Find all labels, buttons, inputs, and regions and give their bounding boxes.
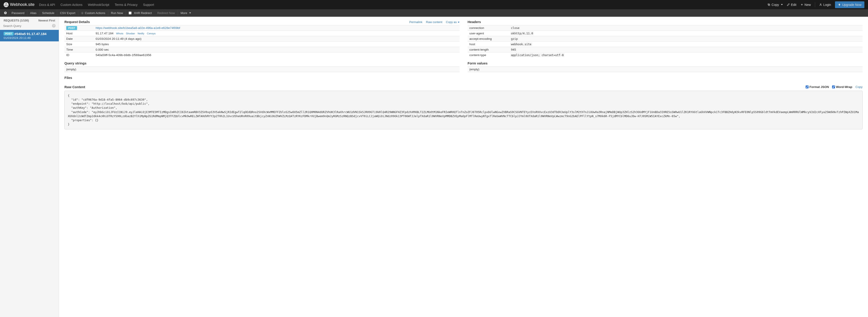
permalink[interactable]: Permalink [409,20,423,24]
form-values-empty: (empty) [468,66,863,72]
table-row: user-agentokhttp/4.11.0 [468,31,863,36]
files-title: Files [64,76,460,80]
caret-down-icon [458,22,460,23]
table-row: POST https://webhook.site/b1bea5a8-a02e-… [64,25,460,31]
table-row: ID540a59ff-5c4a-409b-b9db-1f569ae61956 [64,53,460,58]
main-layout: REQUESTS (1/100) Newest First ? POST #54… [0,17,868,317]
top-navbar: Webhook.site Docs & API Custom Actions W… [0,0,868,9]
topnav-right: Copy Edit New Login Upgrade Now [767,1,864,8]
brand[interactable]: Webhook.site [4,2,35,7]
subnav-xhr-redirect[interactable]: XHR Redirect [126,9,154,17]
netify-link[interactable]: Netify [138,32,144,35]
subnav-redirect-now[interactable]: Redirect Now [155,9,178,17]
whois-link[interactable]: Whois [116,32,123,35]
query-strings-title: Query strings [64,61,460,65]
gear-icon [81,12,84,14]
request-time: 01/03/2024 20:11:49 [4,36,55,39]
format-json-checkbox[interactable] [806,86,809,88]
request-details-table: POST https://webhook.site/b1bea5a8-a02e-… [64,25,460,58]
subnav-schedule[interactable]: Schedule [39,9,57,17]
new-button[interactable]: New [800,3,811,6]
caret-down-icon [781,4,783,5]
censys-link[interactable]: Censys [147,32,156,35]
method-badge: POST [4,32,13,35]
request-details-title: Request Details [64,20,90,24]
headers-table: connectioncloseuser-agentokhttp/4.11.0ac… [468,25,863,58]
nav-webhookscript[interactable]: WebhookScript [88,3,110,6]
table-row: Host 91.17.47.184 Whois Shodan Netify Ce… [64,31,460,36]
subnav-password[interactable]: Password [9,9,27,17]
edit-button[interactable]: Edit [787,3,796,6]
shodan-link[interactable]: Shodan [126,32,135,35]
topnav-links: Docs & API Custom Actions WebhookScript … [39,3,154,6]
word-wrap-checkbox[interactable] [832,86,835,88]
table-row: Size945 bytes [64,41,460,47]
table-row: Date01/03/2024 20:11:49 (4 days ago) [64,36,460,41]
request-title: #540a5 91.17.47.184 [14,32,46,36]
nav-docs[interactable]: Docs & API [39,3,55,6]
method-badge: POST [66,26,77,30]
query-strings-empty: (empty) [64,66,460,72]
word-wrap-toggle[interactable]: Word-Wrap [832,85,852,89]
request-list-item[interactable]: POST #540a5 91.17.47.184 01/03/2024 20:1… [0,30,59,41]
requests-count: REQUESTS (1/100) [4,19,29,22]
brand-logo-icon [4,2,8,7]
sub-navbar: Password Alias Schedule CSV Export Custo… [0,9,868,17]
help-icon[interactable]: ? [52,24,56,28]
subnav-more[interactable]: More [178,9,194,17]
search-input[interactable] [3,24,51,28]
nav-support[interactable]: Support [143,3,154,6]
table-row: content-length945 [468,47,863,53]
subnav-run-now[interactable]: Run Now [108,9,126,17]
nav-divider [815,2,815,7]
raw-content-link[interactable]: Raw content [426,20,442,24]
upgrade-button[interactable]: Upgrade Now [835,1,864,8]
brand-text: Webhook.site [10,2,35,7]
caret-down-icon [189,12,191,13]
subnav-custom-actions[interactable]: Custom Actions [78,9,108,17]
copy-menu[interactable]: Copy [767,3,783,6]
table-row: Time0.000 sec [64,47,460,53]
sort-newest-first[interactable]: Newest First [38,19,55,22]
subnav-alias[interactable]: Alias [27,9,39,17]
subnav-csv-export[interactable]: CSV Export [57,9,78,17]
format-json-toggle[interactable]: Format JSON [806,85,829,89]
login-button[interactable]: Login [819,3,831,6]
raw-copy-button[interactable]: Copy [855,85,863,89]
copy-as-menu[interactable]: Copy as [446,20,460,24]
content-area: Request Details Permalink Raw content Co… [59,17,868,317]
table-row: connectionclose [468,25,863,31]
nav-custom-actions[interactable]: Custom Actions [61,3,83,6]
raw-content-body[interactable]: { "id": "cdf0676a-9d18-4fa5-8064-db9c697… [64,91,863,129]
raw-content-title: Raw Content [64,85,85,89]
nav-terms[interactable]: Terms & Privacy [115,3,138,6]
xhr-redirect-checkbox[interactable] [129,11,131,14]
table-row: content-typeapplication/json; charset=ut… [468,53,863,58]
svg-point-7 [82,13,83,13]
headers-title: Headers [468,20,481,24]
table-row: accept-encodinggzip [468,36,863,41]
svg-point-5 [820,4,821,4]
webhook-url[interactable]: https://webhook.site/b1bea5a8-a02e-496a-… [96,26,180,30]
clock-icon [4,11,8,15]
table-row: hostwebhook.site [468,41,863,47]
form-values-title: Form values [468,61,863,65]
sidebar: REQUESTS (1/100) Newest First ? POST #54… [0,17,59,317]
